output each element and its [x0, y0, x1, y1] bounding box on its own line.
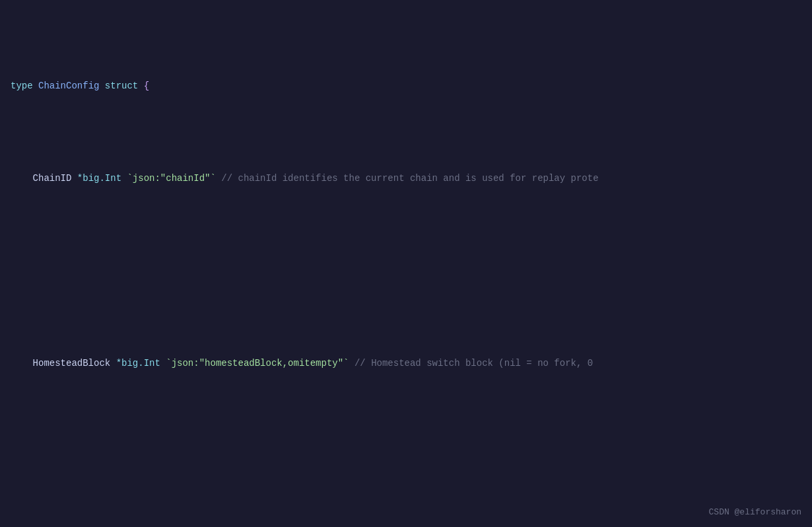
line-2: ChainID *big.Int `json:"chainId"` // cha… — [0, 169, 812, 188]
line-1: type ChainConfig struct { — [0, 77, 812, 95]
line-4: HomesteadBlock *big.Int `json:"homestead… — [0, 354, 812, 372]
line-3 — [0, 262, 812, 280]
line-5 — [0, 446, 812, 465]
watermark: CSDN @eliforsharon — [709, 503, 801, 522]
code-container: type ChainConfig struct { ChainID *big.I… — [0, 0, 812, 527]
code-block: type ChainConfig struct { ChainID *big.I… — [0, 0, 812, 527]
